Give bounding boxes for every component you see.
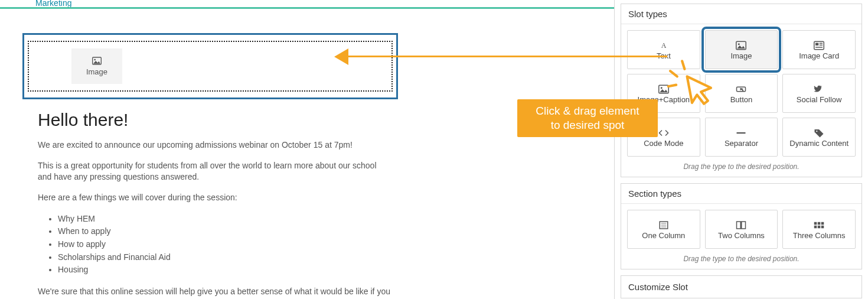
panel-title: Section types bbox=[621, 184, 862, 204]
editor-canvas: Image Hello there! We are excited to ann… bbox=[22, 33, 398, 299]
svg-rect-20 bbox=[742, 222, 746, 229]
svg-line-29 bbox=[668, 85, 676, 87]
page-title: Hello there! bbox=[38, 110, 391, 130]
svg-line-28 bbox=[682, 61, 684, 69]
svg-point-4 bbox=[738, 43, 740, 45]
card-icon bbox=[814, 39, 824, 52]
section-tile-two-columns[interactable]: Two Columns bbox=[705, 210, 778, 249]
svg-point-14 bbox=[816, 130, 817, 131]
callout-line: Click & drag element bbox=[526, 104, 650, 118]
annotation-callout: Click & drag element to desired spot bbox=[517, 99, 658, 137]
tile-label: Social Follow bbox=[797, 96, 842, 105]
slot-tile-dynamic-content[interactable]: Dynamic Content bbox=[782, 118, 856, 157]
svg-point-11 bbox=[661, 87, 663, 89]
panel-title: Slot types bbox=[621, 4, 862, 24]
email-content[interactable]: Hello there! We are excited to announce … bbox=[22, 110, 398, 299]
button-icon bbox=[736, 83, 746, 96]
svg-text:A: A bbox=[661, 41, 666, 50]
tile-label: Button bbox=[730, 96, 753, 105]
svg-rect-21 bbox=[814, 222, 817, 225]
dragged-chip[interactable]: Image bbox=[71, 48, 122, 84]
code-icon bbox=[658, 126, 669, 139]
body-text: This is a great opportunity for students… bbox=[38, 160, 391, 183]
svg-rect-6 bbox=[815, 43, 818, 46]
tile-label: Separator bbox=[725, 139, 758, 148]
panel-title: Customize Slot bbox=[621, 276, 862, 298]
body-text: We are excited to announce our upcoming … bbox=[38, 139, 391, 151]
dragged-chip-label: Image bbox=[86, 67, 107, 76]
tile-label: Image Card bbox=[799, 52, 839, 61]
col1-icon bbox=[658, 219, 669, 232]
slot-tile-image-card[interactable]: Image Card bbox=[782, 30, 856, 69]
svg-rect-19 bbox=[737, 222, 741, 229]
tile-label: One Column bbox=[642, 232, 685, 240]
tile-label: Two Columns bbox=[718, 232, 765, 240]
callout-line: to desired spot bbox=[526, 118, 650, 132]
tile-label: Dynamic Content bbox=[789, 139, 849, 148]
annotation-arrow-head bbox=[334, 48, 348, 65]
list-item: When to apply bbox=[58, 225, 391, 238]
svg-rect-24 bbox=[814, 225, 817, 228]
list-item: How to apply bbox=[58, 238, 391, 251]
svg-point-1 bbox=[94, 58, 96, 60]
cursor-icon bbox=[667, 59, 717, 109]
slot-tile-social-follow[interactable]: Social Follow bbox=[782, 74, 856, 113]
social-icon bbox=[814, 83, 824, 96]
svg-rect-23 bbox=[821, 222, 824, 225]
sep-icon bbox=[736, 126, 746, 139]
tile-label: Image bbox=[730, 52, 752, 61]
customize-slot-panel[interactable]: Customize Slot bbox=[621, 275, 862, 298]
list-item: Why HEM bbox=[58, 213, 391, 226]
svg-rect-26 bbox=[821, 225, 824, 228]
svg-rect-25 bbox=[818, 225, 821, 228]
drop-zone[interactable]: Image bbox=[22, 33, 398, 99]
right-panel: Slot types ATextImageImage CardImage+Cap… bbox=[614, 0, 868, 299]
slot-tile-separator[interactable]: Separator bbox=[705, 118, 778, 157]
list-item: Housing bbox=[58, 264, 391, 277]
text-icon: A bbox=[658, 39, 669, 52]
tag-icon bbox=[814, 126, 824, 139]
section-types-panel: Section types One ColumnTwo ColumnsThree… bbox=[621, 183, 862, 269]
section-tile-three-columns[interactable]: Three Columns bbox=[782, 210, 856, 249]
col3-icon bbox=[814, 219, 824, 232]
col2-icon bbox=[736, 219, 746, 232]
image-icon bbox=[736, 39, 746, 52]
list-item: Scholarships and Financial Aid bbox=[58, 251, 391, 264]
section-tile-one-column[interactable]: One Column bbox=[627, 210, 700, 249]
body-text: Here are a few things we will cover duri… bbox=[38, 192, 391, 203]
slot-types-panel: Slot types ATextImageImage CardImage+Cap… bbox=[621, 4, 862, 177]
panel-hint: Drag the type to the desired position. bbox=[627, 162, 856, 171]
image-icon bbox=[92, 57, 102, 65]
annotation-arrow bbox=[348, 56, 667, 57]
tile-label: Code Mode bbox=[644, 139, 683, 148]
body-text: We're sure that this online session will… bbox=[38, 286, 391, 299]
panel-hint: Drag the type to the desired position. bbox=[627, 255, 856, 263]
svg-rect-22 bbox=[818, 222, 821, 225]
body-list: Why HEM When to apply How to apply Schol… bbox=[58, 213, 391, 277]
svg-line-27 bbox=[670, 71, 677, 76]
tile-label: Three Columns bbox=[793, 232, 846, 240]
